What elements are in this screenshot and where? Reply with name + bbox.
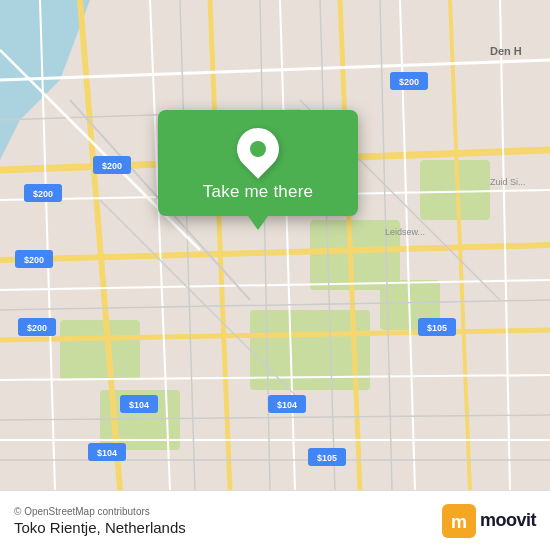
map-view: $200 $200 $200 $200 $200 $104 $104 $104 … — [0, 0, 550, 490]
svg-text:$104: $104 — [97, 448, 117, 458]
footer: © OpenStreetMap contributors Toko Rientj… — [0, 490, 550, 550]
svg-text:$104: $104 — [277, 400, 297, 410]
moovit-logo: m moovit — [442, 504, 536, 538]
attribution-text: © OpenStreetMap contributors — [14, 506, 186, 517]
svg-text:$200: $200 — [24, 255, 44, 265]
take-me-there-button[interactable]: Take me there — [203, 182, 313, 202]
footer-left: © OpenStreetMap contributors Toko Rientj… — [14, 506, 186, 536]
svg-text:Leidsew...: Leidsew... — [385, 227, 425, 237]
svg-text:$104: $104 — [129, 400, 149, 410]
svg-text:m: m — [451, 512, 467, 532]
svg-text:$105: $105 — [317, 453, 337, 463]
location-pin-icon — [228, 119, 287, 178]
moovit-icon: m — [442, 504, 476, 538]
svg-text:$200: $200 — [399, 77, 419, 87]
svg-text:$200: $200 — [27, 323, 47, 333]
moovit-text: moovit — [480, 510, 536, 531]
svg-rect-5 — [60, 320, 140, 380]
svg-text:Den H: Den H — [490, 45, 522, 57]
location-popup: Take me there — [158, 110, 358, 216]
place-name: Toko Rientje, Netherlands — [14, 519, 186, 536]
svg-text:$105: $105 — [427, 323, 447, 333]
svg-text:$200: $200 — [33, 189, 53, 199]
svg-text:$200: $200 — [102, 161, 122, 171]
svg-text:Zuid Si...: Zuid Si... — [490, 177, 526, 187]
